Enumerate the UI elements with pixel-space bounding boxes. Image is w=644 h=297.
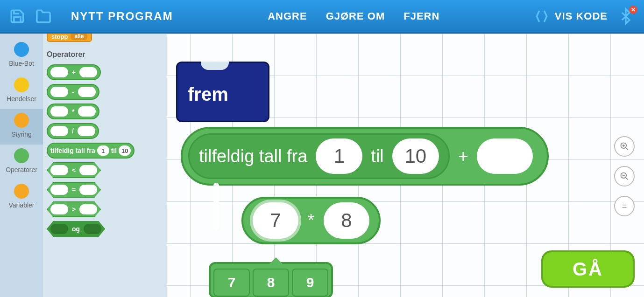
operand-slot (79, 67, 97, 77)
bluebot-color-icon (14, 42, 29, 57)
operand-slot (78, 87, 96, 97)
gt-symbol: > (70, 206, 78, 213)
operator-mult-block[interactable]: * (47, 104, 99, 119)
operator-minus-block[interactable]: - (47, 84, 99, 100)
control-color-icon (14, 113, 29, 128)
category-label: Operatorer (6, 166, 37, 173)
zoom-in-icon (620, 142, 629, 151)
plus-symbol: + (458, 146, 468, 166)
bluetooth-status-badge: ✕ (629, 6, 637, 14)
mult-left-input[interactable]: 7 (253, 202, 298, 239)
mult-operator-block[interactable]: 7 * 8 (241, 197, 381, 244)
minus-symbol: - (70, 88, 76, 96)
operand-slot (79, 185, 97, 195)
block-palette: stopp alle Operatorer + - * / tilfeldig … (43, 34, 167, 297)
zoom-reset-button[interactable]: = (614, 196, 635, 216)
category-label: Variabler (9, 201, 35, 209)
operator-lt-block[interactable]: < (47, 162, 101, 178)
mult-symbol: * (308, 211, 314, 230)
operator-gt-block[interactable]: > (47, 201, 101, 217)
operand-slot (78, 106, 96, 117)
keypad-7[interactable]: 7 (213, 269, 250, 297)
div-symbol: / (70, 127, 76, 135)
plus-right-input[interactable] (477, 138, 533, 174)
random-label-pre: tilfeldig tall fra (50, 147, 95, 154)
operators-color-icon (14, 148, 29, 163)
category-control[interactable]: Styring (0, 109, 43, 145)
go-button[interactable]: GÅ (541, 250, 635, 288)
eq-symbol: = (70, 186, 78, 193)
frem-label: frem (188, 84, 228, 105)
category-label: Styring (11, 131, 32, 138)
block-notch (201, 62, 229, 70)
random-label-mid: til (371, 146, 383, 166)
save-icon[interactable] (9, 8, 25, 24)
bluetooth-button[interactable]: ✕ (617, 7, 635, 25)
stop-block[interactable]: stopp alle (47, 34, 92, 42)
category-bluebot[interactable]: Blue-Bot (0, 38, 43, 74)
plus-operator-block[interactable]: tilfeldig tall fra 1 til 10 + (181, 127, 549, 186)
random-to-slot: 10 (119, 145, 131, 156)
frem-block[interactable]: frem (176, 62, 269, 122)
operand-slot (84, 224, 101, 234)
mult-right-input[interactable]: 8 (324, 202, 369, 239)
random-label-pre: tilfeldig tall fra (199, 146, 307, 166)
plus-symbol: + (70, 69, 78, 76)
numeric-keypad: 7 8 9 (209, 262, 333, 297)
operator-random-block[interactable]: tilfeldig tall fra 1 til 10 (47, 143, 134, 159)
text-cursor (213, 183, 219, 229)
show-code-button[interactable]: VIS KODE (534, 9, 608, 24)
open-icon[interactable] (35, 8, 52, 24)
random-to-input[interactable]: 10 (392, 138, 439, 174)
redo-button[interactable]: GJØRE OM (326, 10, 385, 22)
operand-slot (50, 204, 68, 214)
operator-plus-block[interactable]: + (47, 64, 101, 80)
operand-slot (50, 185, 68, 195)
code-icon (534, 9, 549, 24)
keypad-9[interactable]: 9 (292, 269, 328, 297)
category-operators[interactable]: Operatorer (0, 145, 43, 180)
operand-slot (79, 165, 97, 175)
program-title[interactable]: NYTT PROGRAM (71, 10, 173, 23)
keypad-8[interactable]: 8 (253, 269, 289, 297)
mult-symbol: * (70, 108, 76, 115)
operand-slot (79, 204, 97, 214)
operand-slot (50, 87, 68, 97)
operand-slot (50, 67, 68, 77)
zoom-out-button[interactable] (614, 166, 635, 186)
category-sidebar: Blue-Bot Hendelser Styring Operatorer Va… (0, 34, 43, 297)
show-code-label: VIS KODE (555, 10, 608, 22)
category-label: Hendelser (7, 95, 36, 103)
lt-symbol: < (70, 166, 78, 174)
svg-line-5 (626, 178, 628, 180)
operator-div-block[interactable]: / (47, 123, 99, 139)
zoom-out-icon (620, 172, 629, 181)
category-events[interactable]: Hendelser (0, 74, 43, 109)
operand-slot (50, 165, 68, 175)
operator-og-block[interactable]: og (47, 221, 105, 237)
main-area: Blue-Bot Hendelser Styring Operatorer Va… (0, 34, 644, 297)
random-from-input[interactable]: 1 (316, 138, 362, 174)
variables-color-icon (14, 184, 29, 199)
events-color-icon (14, 77, 29, 92)
undo-button[interactable]: ANGRE (268, 10, 307, 22)
operand-slot (78, 126, 95, 136)
clear-button[interactable]: FJERN (403, 10, 439, 22)
random-from-slot: 1 (97, 145, 109, 156)
operand-slot (50, 224, 68, 234)
og-symbol: og (70, 225, 82, 233)
palette-heading: Operatorer (47, 50, 163, 59)
stop-label: stopp (51, 34, 68, 40)
operand-slot (50, 106, 68, 117)
app-header: NYTT PROGRAM ANGRE GJØRE OM FJERN VIS KO… (0, 0, 644, 34)
category-label: Blue-Bot (9, 60, 34, 67)
zoom-controls: = (614, 136, 635, 216)
random-operator-block[interactable]: tilfeldig tall fra 1 til 10 (188, 133, 450, 179)
operand-slot (50, 126, 68, 136)
script-canvas[interactable]: frem tilfeldig tall fra 1 til 10 + 7 * 8… (167, 34, 644, 297)
operator-eq-block[interactable]: = (47, 182, 101, 198)
zoom-in-button[interactable] (614, 136, 635, 157)
category-variables[interactable]: Variabler (0, 180, 43, 215)
stop-option: alle (71, 34, 87, 40)
random-label-mid: til (111, 147, 117, 154)
